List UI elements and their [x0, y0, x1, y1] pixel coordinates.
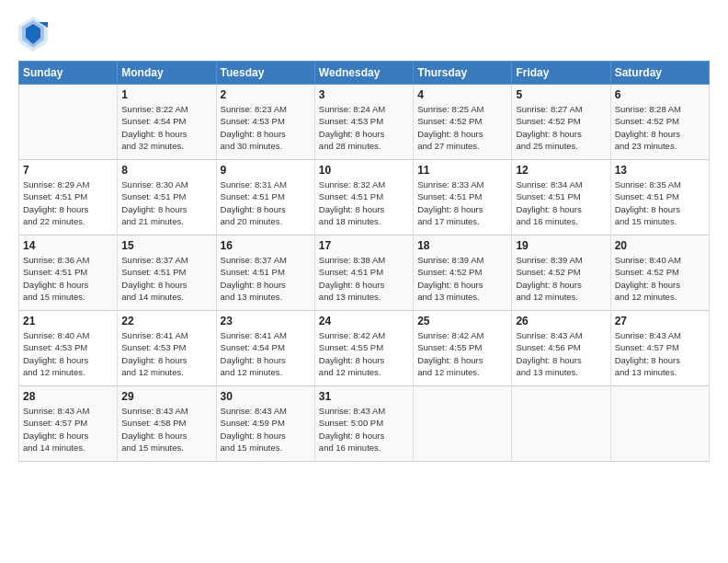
calendar-cell: 15Sunrise: 8:37 AM Sunset: 4:51 PM Dayli… [118, 236, 216, 311]
day-info: Sunrise: 8:39 AM Sunset: 4:52 PM Dayligh… [417, 254, 507, 303]
day-number: 27 [615, 315, 705, 327]
day-info: Sunrise: 8:41 AM Sunset: 4:54 PM Dayligh… [221, 329, 311, 378]
day-number: 15 [121, 239, 211, 252]
day-info: Sunrise: 8:43 AM Sunset: 4:57 PM Dayligh… [615, 329, 705, 378]
day-number: 4 [417, 88, 507, 101]
day-number: 3 [319, 88, 409, 101]
calendar-header-wednesday: Wednesday [314, 62, 413, 85]
day-info: Sunrise: 8:38 AM Sunset: 4:51 PM Dayligh… [319, 254, 409, 303]
day-number: 22 [121, 315, 211, 327]
calendar-header-monday: Monday [118, 62, 216, 85]
calendar-cell: 13Sunrise: 8:35 AM Sunset: 4:51 PM Dayli… [610, 160, 709, 236]
calendar-cell: 8Sunrise: 8:30 AM Sunset: 4:51 PM Daylig… [118, 160, 216, 236]
header [18, 17, 710, 52]
calendar-cell: 11Sunrise: 8:33 AM Sunset: 4:51 PM Dayli… [414, 160, 512, 236]
day-number: 2 [221, 88, 311, 101]
calendar-cell: 25Sunrise: 8:42 AM Sunset: 4:55 PM Dayli… [414, 311, 512, 386]
day-info: Sunrise: 8:23 AM Sunset: 4:53 PM Dayligh… [221, 103, 311, 152]
day-info: Sunrise: 8:36 AM Sunset: 4:51 PM Dayligh… [23, 254, 113, 303]
day-number: 23 [221, 315, 311, 327]
calendar-week-row: 21Sunrise: 8:40 AM Sunset: 4:53 PM Dayli… [19, 311, 710, 386]
calendar-cell: 19Sunrise: 8:39 AM Sunset: 4:52 PM Dayli… [512, 236, 610, 311]
day-number: 9 [221, 164, 311, 177]
day-info: Sunrise: 8:43 AM Sunset: 5:00 PM Dayligh… [319, 405, 409, 454]
day-number: 20 [615, 239, 705, 252]
day-info: Sunrise: 8:28 AM Sunset: 4:52 PM Dayligh… [615, 103, 705, 152]
calendar-cell: 6Sunrise: 8:28 AM Sunset: 4:52 PM Daylig… [610, 85, 709, 160]
calendar-header-friday: Friday [512, 62, 610, 85]
day-info: Sunrise: 8:35 AM Sunset: 4:51 PM Dayligh… [615, 178, 705, 227]
calendar-cell: 31Sunrise: 8:43 AM Sunset: 5:00 PM Dayli… [314, 386, 413, 462]
calendar-cell: 28Sunrise: 8:43 AM Sunset: 4:57 PM Dayli… [19, 386, 118, 462]
day-number: 17 [319, 239, 409, 252]
day-number: 6 [615, 88, 705, 101]
day-number: 13 [615, 164, 705, 177]
day-info: Sunrise: 8:42 AM Sunset: 4:55 PM Dayligh… [319, 329, 409, 378]
day-number: 31 [319, 390, 409, 403]
logo-icon [18, 17, 48, 52]
day-number: 1 [121, 88, 211, 101]
calendar-week-row: 1Sunrise: 8:22 AM Sunset: 4:54 PM Daylig… [19, 85, 710, 160]
day-info: Sunrise: 8:33 AM Sunset: 4:51 PM Dayligh… [417, 178, 507, 227]
logo [18, 17, 52, 52]
calendar-cell: 24Sunrise: 8:42 AM Sunset: 4:55 PM Dayli… [314, 311, 413, 386]
day-number: 28 [23, 390, 113, 403]
day-number: 25 [417, 315, 507, 327]
calendar-cell: 4Sunrise: 8:25 AM Sunset: 4:52 PM Daylig… [414, 85, 512, 160]
day-info: Sunrise: 8:31 AM Sunset: 4:51 PM Dayligh… [221, 178, 311, 227]
day-info: Sunrise: 8:37 AM Sunset: 4:51 PM Dayligh… [221, 254, 311, 303]
day-info: Sunrise: 8:29 AM Sunset: 4:51 PM Dayligh… [23, 178, 113, 227]
calendar-cell: 14Sunrise: 8:36 AM Sunset: 4:51 PM Dayli… [19, 236, 118, 311]
day-number: 24 [319, 315, 409, 327]
day-info: Sunrise: 8:24 AM Sunset: 4:53 PM Dayligh… [319, 103, 409, 152]
calendar-cell: 23Sunrise: 8:41 AM Sunset: 4:54 PM Dayli… [216, 311, 314, 386]
calendar-cell: 2Sunrise: 8:23 AM Sunset: 4:53 PM Daylig… [216, 85, 314, 160]
day-info: Sunrise: 8:32 AM Sunset: 4:51 PM Dayligh… [319, 178, 409, 227]
day-info: Sunrise: 8:42 AM Sunset: 4:55 PM Dayligh… [417, 329, 507, 378]
day-number: 30 [221, 390, 311, 403]
day-number: 10 [319, 164, 409, 177]
day-number: 18 [417, 239, 507, 252]
calendar-header-thursday: Thursday [414, 62, 512, 85]
calendar-cell: 30Sunrise: 8:43 AM Sunset: 4:59 PM Dayli… [216, 386, 314, 462]
day-info: Sunrise: 8:40 AM Sunset: 4:53 PM Dayligh… [23, 329, 113, 378]
day-number: 19 [516, 239, 606, 252]
day-number: 29 [121, 390, 211, 403]
calendar-cell: 5Sunrise: 8:27 AM Sunset: 4:52 PM Daylig… [512, 85, 610, 160]
day-number: 14 [23, 239, 113, 252]
calendar-cell [19, 85, 118, 160]
calendar-week-row: 7Sunrise: 8:29 AM Sunset: 4:51 PM Daylig… [19, 160, 710, 236]
calendar-cell: 26Sunrise: 8:43 AM Sunset: 4:56 PM Dayli… [512, 311, 610, 386]
calendar-header-tuesday: Tuesday [216, 62, 314, 85]
day-number: 5 [516, 88, 606, 101]
calendar-week-row: 28Sunrise: 8:43 AM Sunset: 4:57 PM Dayli… [19, 386, 710, 462]
calendar-table: SundayMondayTuesdayWednesdayThursdayFrid… [18, 61, 710, 462]
day-info: Sunrise: 8:40 AM Sunset: 4:52 PM Dayligh… [615, 254, 705, 303]
calendar-week-row: 14Sunrise: 8:36 AM Sunset: 4:51 PM Dayli… [19, 236, 710, 311]
calendar-cell: 21Sunrise: 8:40 AM Sunset: 4:53 PM Dayli… [19, 311, 118, 386]
calendar-cell: 17Sunrise: 8:38 AM Sunset: 4:51 PM Dayli… [314, 236, 413, 311]
day-info: Sunrise: 8:22 AM Sunset: 4:54 PM Dayligh… [121, 103, 211, 152]
day-info: Sunrise: 8:30 AM Sunset: 4:51 PM Dayligh… [121, 178, 211, 227]
day-info: Sunrise: 8:43 AM Sunset: 4:56 PM Dayligh… [516, 329, 606, 378]
day-number: 16 [221, 239, 311, 252]
calendar-cell: 18Sunrise: 8:39 AM Sunset: 4:52 PM Dayli… [414, 236, 512, 311]
calendar-cell: 27Sunrise: 8:43 AM Sunset: 4:57 PM Dayli… [610, 311, 709, 386]
day-info: Sunrise: 8:39 AM Sunset: 4:52 PM Dayligh… [516, 254, 606, 303]
calendar-cell: 1Sunrise: 8:22 AM Sunset: 4:54 PM Daylig… [118, 85, 216, 160]
calendar-cell: 3Sunrise: 8:24 AM Sunset: 4:53 PM Daylig… [314, 85, 413, 160]
calendar-cell: 12Sunrise: 8:34 AM Sunset: 4:51 PM Dayli… [512, 160, 610, 236]
day-number: 8 [121, 164, 211, 177]
day-number: 12 [516, 164, 606, 177]
calendar-cell: 10Sunrise: 8:32 AM Sunset: 4:51 PM Dayli… [314, 160, 413, 236]
calendar-header-saturday: Saturday [610, 62, 709, 85]
calendar-cell: 16Sunrise: 8:37 AM Sunset: 4:51 PM Dayli… [216, 236, 314, 311]
calendar-cell: 9Sunrise: 8:31 AM Sunset: 4:51 PM Daylig… [216, 160, 314, 236]
day-info: Sunrise: 8:34 AM Sunset: 4:51 PM Dayligh… [516, 178, 606, 227]
day-info: Sunrise: 8:43 AM Sunset: 4:57 PM Dayligh… [23, 405, 113, 454]
day-number: 7 [23, 164, 113, 177]
calendar-header-row: SundayMondayTuesdayWednesdayThursdayFrid… [19, 62, 710, 85]
calendar-cell: 29Sunrise: 8:43 AM Sunset: 4:58 PM Dayli… [118, 386, 216, 462]
calendar-cell: 7Sunrise: 8:29 AM Sunset: 4:51 PM Daylig… [19, 160, 118, 236]
day-number: 26 [516, 315, 606, 327]
